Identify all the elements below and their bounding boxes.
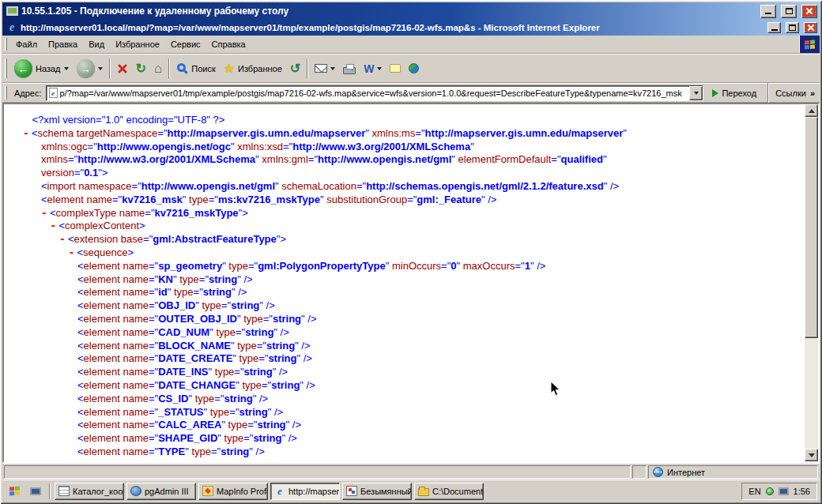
xml-token: " [301, 313, 305, 325]
history-icon [290, 61, 300, 76]
mail-button[interactable] [311, 57, 339, 81]
go-button[interactable]: Переход [707, 87, 761, 100]
xml-token: string [224, 393, 253, 404]
toolbar-separator [109, 58, 111, 79]
xml-token: < [77, 352, 84, 364]
forward-button[interactable] [73, 57, 107, 81]
xml-token: < [59, 220, 66, 231]
menu-file[interactable]: Файл [10, 36, 43, 52]
xml-token: = [248, 260, 255, 272]
rdp-titlebar[interactable]: 10.55.1.205 - Подключение к удаленному р… [2, 2, 820, 20]
task-label: MapInfo Professi... [217, 487, 268, 496]
xml-token: /> [281, 326, 289, 338]
discuss-button[interactable] [386, 57, 405, 81]
ie-minimize-button[interactable] [767, 22, 781, 33]
favorites-button[interactable]: Избранное [220, 57, 286, 81]
xml-token: SHAPE_GID [158, 432, 217, 444]
xml-line: <element name="CAD_NUM" type="string" /> [4, 326, 805, 340]
xml-token: kv7216_msk [122, 194, 183, 205]
task-button-pgadmin[interactable]: pgAdmin III [126, 483, 196, 500]
xml-document[interactable]: <?xml version="1.0" encoding="UTF-8" ?>-… [4, 104, 805, 461]
print-button[interactable] [339, 57, 360, 81]
edit-button[interactable] [360, 57, 386, 81]
xml-token: = [234, 366, 240, 378]
refresh-button[interactable] [132, 57, 150, 81]
xml-token: = [407, 194, 413, 205]
menu-help[interactable]: Справка [206, 36, 251, 52]
xml-collapse-toggle[interactable]: - [23, 127, 32, 141]
xml-token: = [149, 393, 155, 404]
scroll-up-button[interactable] [805, 104, 818, 117]
ie-close-button[interactable] [804, 22, 817, 33]
xml-collapse-toggle[interactable]: - [41, 207, 50, 220]
status-small-pane [632, 465, 647, 479]
minimize-icon [771, 24, 778, 31]
menubar-grip[interactable] [5, 38, 7, 50]
ie-titlebar[interactable]: http://mapserver01.local/map/?map=/var/w… [2, 20, 820, 36]
task-button-mapinfo[interactable]: MapInfo Professi... [198, 483, 268, 500]
stop-button[interactable] [113, 57, 132, 81]
xml-token: DATE_CREATE [158, 352, 232, 364]
xml-line: <element name="CALC_AREA" type="string" … [4, 419, 805, 432]
xml-token: DATE_INS [158, 366, 208, 378]
back-button[interactable]: Назад [10, 57, 73, 81]
xml-token: http://www.opengis.net/gml [141, 180, 275, 192]
chevron-down-icon [694, 92, 699, 95]
menu-bar: Файл Правка Вид Избранное Сервис Справка [2, 36, 820, 54]
addressbar-grip[interactable] [5, 86, 7, 99]
xml-token: substitutionGroup [324, 194, 408, 205]
scrollbar-thumb[interactable] [805, 117, 818, 338]
tray-status-icon[interactable] [766, 487, 774, 495]
ie-maximize-button[interactable] [786, 22, 799, 33]
xml-token: /> [304, 352, 312, 364]
xml-token: = [149, 286, 155, 298]
xml-token: < [77, 419, 84, 431]
xml-token: " [470, 141, 474, 152]
xml-collapse-toggle[interactable]: - [69, 246, 77, 260]
menu-tools[interactable]: Сервис [165, 36, 206, 52]
xml-token: /> [610, 180, 619, 192]
home-button[interactable] [150, 57, 166, 81]
xml-token: < [77, 286, 84, 298]
show-desktop-icon[interactable] [26, 483, 45, 500]
xml-token: type [192, 393, 214, 404]
xml-token: = [441, 260, 447, 272]
xml-token: /> [266, 299, 275, 311]
xml-token: TYPE [158, 446, 185, 457]
rdp-minimize-button[interactable] [760, 5, 776, 18]
minimize-icon [765, 8, 771, 14]
history-button[interactable] [286, 57, 304, 81]
rdp-close-button[interactable] [801, 5, 817, 18]
search-button[interactable]: Поиск [172, 57, 219, 81]
tray-network-icon[interactable] [779, 487, 789, 495]
messenger-button[interactable] [405, 57, 423, 81]
xml-line: -<extension base="gml:AbstractFeatureTyp… [4, 233, 805, 246]
start-button[interactable] [5, 483, 24, 500]
task-button-explorer[interactable]: C:\Documents an... [414, 483, 484, 500]
xml-collapse-toggle[interactable]: - [59, 233, 68, 246]
xml-token: element name [84, 446, 149, 457]
task-button-katalog[interactable]: Каталог_коорди... [55, 483, 124, 500]
task-button-paint[interactable]: Безымянный - Paint [342, 483, 412, 500]
stop-icon [117, 63, 128, 74]
xml-token: string [266, 340, 295, 352]
content-area: <?xml version="1.0" encoding="UTF-8" ?>-… [2, 103, 820, 463]
address-input[interactable]: p/?map=/var/www/mapserver01/tmp/example/… [60, 88, 688, 98]
address-dropdown-button[interactable] [689, 86, 703, 100]
scroll-down-button[interactable] [805, 449, 818, 461]
xml-token: string [239, 406, 268, 418]
rdp-restore-button[interactable] [781, 5, 797, 18]
vertical-scrollbar[interactable] [805, 104, 818, 461]
mapinfo-icon [202, 486, 213, 496]
language-indicator[interactable]: EN [748, 487, 760, 496]
xml-token: element name [84, 340, 149, 352]
xml-line: <element name="DATE_CREATE" type="string… [4, 352, 805, 366]
links-button[interactable]: Ссылки » [775, 88, 816, 98]
menu-favorites[interactable]: Избранное [110, 36, 165, 52]
menu-view[interactable]: Вид [83, 36, 110, 52]
toolbar-grip[interactable] [5, 58, 7, 78]
xml-collapse-toggle[interactable]: - [51, 220, 59, 233]
menu-edit[interactable]: Правка [43, 36, 83, 52]
xml-token: /> [301, 340, 310, 352]
task-button-ie-active[interactable]: http://mapserver... [270, 483, 340, 500]
